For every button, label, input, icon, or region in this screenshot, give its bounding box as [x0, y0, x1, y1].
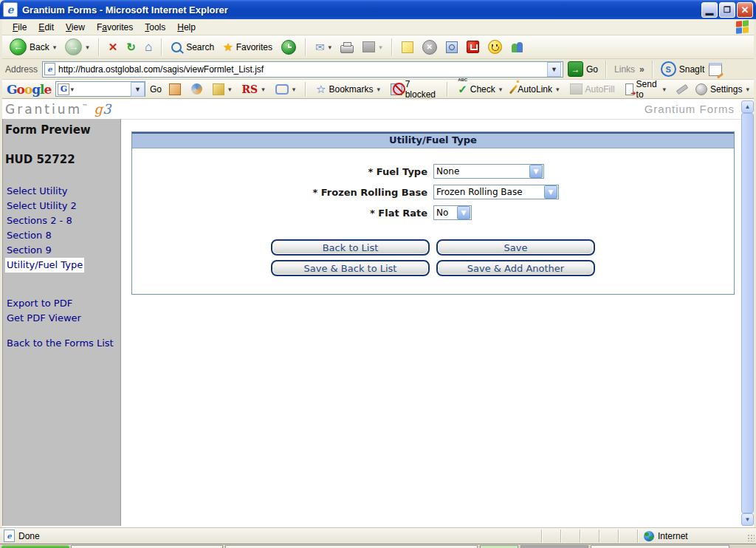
address-bar: Address e http://hudra.ostglobal.com/sag…: [2, 59, 754, 80]
restore-button[interactable]: ❐: [719, 2, 735, 18]
scroll-up-button[interactable]: ▲: [741, 100, 754, 113]
popup-blocker-button[interactable]: 7 blocked: [388, 78, 440, 101]
favorites-star-icon: ★: [223, 41, 233, 54]
addressbar-separator: [652, 61, 653, 78]
back-button[interactable]: ← Back ▾: [7, 37, 59, 57]
status-pane: [618, 530, 637, 543]
popup-blocked-icon: [391, 83, 402, 95]
scroll-down-button[interactable]: ▼: [741, 513, 754, 526]
taskbar-window-button[interactable]: [480, 545, 518, 548]
save-and-add-another-button[interactable]: Save & Add Another: [436, 260, 595, 276]
snagit-edit-icon[interactable]: [709, 63, 722, 76]
menu-edit[interactable]: Edit: [32, 21, 60, 34]
google-search-dropdown-icon[interactable]: ▼: [131, 82, 145, 97]
menu-tools[interactable]: Tools: [139, 21, 171, 34]
save-and-back-to-list-button[interactable]: Save & Back to List: [271, 260, 430, 276]
vertical-scrollbar[interactable]: ▲ ▼: [741, 100, 754, 526]
sendto-button[interactable]: Send to ▾: [622, 78, 670, 101]
google-g-dropdown-icon[interactable]: ▾: [70, 86, 74, 93]
fuel-type-select-arrow-icon: ▼: [529, 165, 543, 178]
messenger-stop-button[interactable]: ✕: [419, 38, 440, 56]
forward-button[interactable]: → ▾: [62, 37, 92, 57]
bookmarks-button[interactable]: ☆ Bookmarks ▾: [313, 81, 383, 97]
back-icon: ←: [10, 38, 27, 55]
print-button[interactable]: [337, 40, 357, 55]
sidebar-link-select-utility-2[interactable]: Select Utility 2: [5, 199, 78, 213]
close-button[interactable]: ✕: [737, 2, 753, 18]
flat-rate-value: No: [434, 208, 456, 218]
sidebar-link-section-9[interactable]: Section 9: [5, 243, 53, 258]
history-button[interactable]: [278, 38, 299, 56]
buddies-button[interactable]: [508, 40, 527, 55]
gray-x-circle-icon: ✕: [422, 40, 437, 55]
red-badge-button[interactable]: [464, 39, 482, 55]
sidebar-link-select-utility[interactable]: Select Utility: [5, 184, 69, 199]
frozen-rolling-base-select[interactable]: Frozen Rolling Base ▼: [433, 185, 559, 199]
taskbar-window-button[interactable]: [71, 545, 223, 548]
google-search-input[interactable]: G ▾ ▼: [55, 81, 145, 97]
taskbar-window-button[interactable]: [591, 545, 729, 548]
autofill-label: AutoFill: [585, 84, 615, 95]
address-dropdown-icon[interactable]: ▼: [547, 62, 561, 77]
messenger-button[interactable]: [485, 38, 505, 55]
field-row-frozen-rolling-base: * Frozen Rolling Base Frozen Rolling Bas…: [132, 185, 734, 199]
page-edit-button[interactable]: ▾: [360, 40, 385, 54]
google-photos-button[interactable]: ▾: [210, 82, 235, 97]
sidebar-link-utility-fuel-type[interactable]: Utility/Fuel Type: [5, 258, 84, 273]
links-chevron[interactable]: »: [639, 64, 645, 75]
spellcheck-button[interactable]: ABC✓ Check ▾: [455, 81, 505, 97]
pagerank-button[interactable]: [188, 82, 205, 96]
internet-zone-icon: [644, 531, 654, 541]
start-button-edge[interactable]: [1, 545, 69, 548]
sidebar-link-sections-2-8[interactable]: Sections 2 - 8: [5, 213, 74, 228]
go-button[interactable]: → Go: [568, 61, 598, 77]
sidebar-link-export-pdf[interactable]: Export to PDF: [5, 296, 74, 311]
page-viewport: Grantium™ g3 Grantium Forms Form Preview…: [2, 99, 754, 527]
sidebar-link-section-8[interactable]: Section 8: [5, 228, 53, 243]
back-to-list-button[interactable]: Back to List: [271, 239, 430, 256]
stop-button[interactable]: ✕: [106, 40, 121, 54]
page-edit-icon: [362, 41, 375, 52]
autolink-dropdown-icon: ▾: [556, 86, 560, 93]
menu-file[interactable]: File: [7, 21, 32, 34]
home-button[interactable]: ⌂: [142, 39, 155, 55]
taskbar-sliver: [0, 544, 756, 548]
search-button[interactable]: Search: [168, 41, 217, 54]
forward-dropdown-icon[interactable]: ▾: [86, 44, 89, 51]
fuel-type-select[interactable]: None ▼: [433, 164, 544, 179]
stop-icon: ✕: [109, 41, 118, 52]
save-button[interactable]: Save: [436, 239, 595, 256]
google-go-button[interactable]: Go: [150, 84, 162, 95]
refresh-button[interactable]: ↻: [123, 40, 139, 54]
rs-button[interactable]: RS▾: [238, 82, 267, 97]
autofill-button[interactable]: AutoFill: [567, 82, 618, 96]
resize-grip[interactable]: [744, 530, 756, 543]
form-panel: Utility/Fuel Type * Fuel Type None ▼ * F…: [131, 131, 735, 295]
google-news-button[interactable]: [166, 82, 184, 97]
address-label: Address: [5, 64, 38, 75]
sidebar-link-get-pdf-viewer[interactable]: Get PDF Viewer: [5, 311, 83, 326]
favorites-button[interactable]: ★ Favorites: [220, 39, 275, 55]
links-label[interactable]: Links: [614, 64, 635, 75]
taskbar-window-button[interactable]: [225, 545, 478, 548]
sidebar-spacer: [5, 273, 120, 296]
autolink-button[interactable]: AutoLink ▾: [509, 83, 562, 96]
discuss-note-button[interactable]: [399, 40, 416, 55]
menu-favorites[interactable]: Favorites: [91, 21, 139, 34]
scrollbar-thumb[interactable]: [741, 113, 754, 513]
address-input[interactable]: e http://hudra.ostglobal.com/sagis/viewF…: [42, 61, 563, 78]
menu-help[interactable]: Help: [171, 21, 202, 34]
mail-button[interactable]: ✉▾: [312, 40, 334, 54]
sendto-label: Send to: [636, 79, 659, 100]
menu-view[interactable]: View: [60, 21, 91, 34]
minimize-button[interactable]: ▬: [701, 2, 718, 18]
sidebar-link-back-to-forms-list[interactable]: Back to the Forms List: [5, 336, 115, 351]
settings-button[interactable]: Settings ▾: [695, 83, 749, 95]
taskbar-window-button[interactable]: [520, 545, 588, 548]
back-dropdown-icon[interactable]: ▾: [53, 44, 57, 51]
snagit-button[interactable]: S SnagIt: [661, 61, 705, 77]
research-button[interactable]: [443, 40, 461, 55]
highlighter-button[interactable]: [673, 86, 691, 93]
chat-button[interactable]: ▾: [272, 83, 299, 96]
flat-rate-select[interactable]: No ▼: [433, 205, 472, 220]
